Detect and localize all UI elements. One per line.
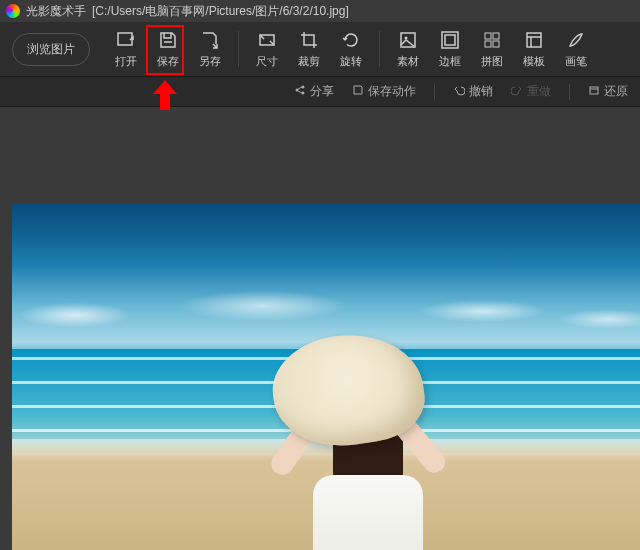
- collage-button[interactable]: 拼图: [474, 26, 510, 72]
- crop-icon: [299, 30, 319, 50]
- restore-icon: [588, 84, 600, 99]
- save-as-button[interactable]: 另存: [192, 26, 228, 72]
- size-icon: [257, 30, 277, 50]
- svg-rect-5: [445, 35, 455, 45]
- share-button[interactable]: 分享: [294, 83, 334, 100]
- crop-button[interactable]: 裁剪: [291, 26, 327, 72]
- redo-button: 重做: [511, 83, 551, 100]
- open-icon: [116, 30, 136, 50]
- undo-button[interactable]: 撤销: [453, 83, 493, 100]
- image-viewport: [12, 203, 640, 550]
- frame-button[interactable]: 边框: [432, 26, 468, 72]
- canvas-area[interactable]: [0, 107, 640, 550]
- frame-icon: [440, 30, 460, 50]
- app-logo-icon: [6, 4, 20, 18]
- title-bar: 光影魔术手 [C:/Users/电脑百事网/Pictures/图片/6/3/2/…: [0, 0, 640, 22]
- svg-rect-8: [485, 41, 491, 47]
- size-button[interactable]: 尺寸: [249, 26, 285, 72]
- edited-image: [12, 203, 640, 550]
- brush-icon: [566, 30, 586, 50]
- svg-rect-10: [527, 33, 541, 47]
- rotate-button[interactable]: 旋转: [333, 26, 369, 72]
- collage-icon: [482, 30, 502, 50]
- toolbar-divider: [238, 31, 239, 67]
- save-as-icon: [200, 30, 220, 50]
- browse-images-button[interactable]: 浏览图片: [12, 33, 90, 66]
- undo-icon: [453, 84, 465, 99]
- brush-button[interactable]: 画笔: [558, 26, 594, 72]
- rotate-icon: [341, 30, 361, 50]
- svg-rect-9: [493, 41, 499, 47]
- template-button[interactable]: 模板: [516, 26, 552, 72]
- main-toolbar: 浏览图片 打开 保存 另存 尺寸 裁剪 旋转: [0, 22, 640, 77]
- sub-toolbar: 分享 保存动作 撤销 重做 还原: [0, 77, 640, 107]
- redo-icon: [511, 84, 523, 99]
- material-button[interactable]: 素材: [390, 26, 426, 72]
- save-action-icon: [352, 84, 364, 99]
- save-icon: [158, 30, 178, 50]
- restore-button[interactable]: 还原: [588, 83, 628, 100]
- app-name: 光影魔术手: [26, 3, 86, 20]
- svg-rect-7: [493, 33, 499, 39]
- share-icon: [294, 84, 306, 99]
- material-icon: [398, 30, 418, 50]
- template-icon: [524, 30, 544, 50]
- svg-rect-6: [485, 33, 491, 39]
- sub-divider: [569, 84, 570, 100]
- save-action-button[interactable]: 保存动作: [352, 83, 416, 100]
- svg-rect-0: [118, 33, 132, 45]
- file-path: [C:/Users/电脑百事网/Pictures/图片/6/3/2/10.jpg…: [92, 3, 349, 20]
- toolbar-divider: [379, 31, 380, 67]
- open-button[interactable]: 打开: [108, 26, 144, 72]
- svg-rect-14: [590, 87, 598, 94]
- save-button[interactable]: 保存: [150, 26, 186, 72]
- sub-divider: [434, 84, 435, 100]
